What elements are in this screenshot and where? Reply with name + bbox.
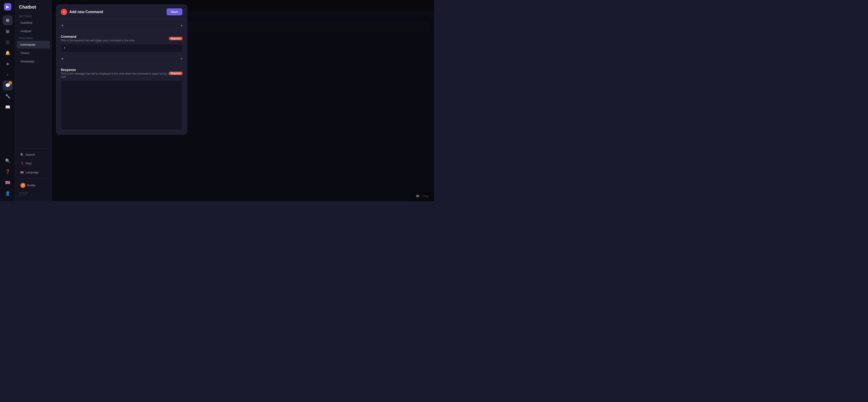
- response-required-badge: Required: [169, 72, 182, 75]
- modal-title: Add new Command: [69, 10, 103, 14]
- nav-tools[interactable]: 🔧: [3, 91, 13, 101]
- settings-section-label: SETTINGS: [16, 13, 51, 19]
- logo-icon: ▶: [4, 3, 11, 10]
- sidebar-item-commands-label: Commands: [20, 43, 35, 46]
- command-input[interactable]: [61, 44, 182, 53]
- dashboard-icon: ⊞: [6, 18, 9, 23]
- language-flag-icon: 🇬🇧: [5, 180, 10, 185]
- nav-alerts[interactable]: 🔔: [3, 48, 13, 58]
- sidebar-item-profile[interactable]: P Profile: [17, 181, 50, 190]
- profile-icon: 👤: [5, 191, 10, 196]
- faq-sidebar-icon: ❓: [20, 162, 24, 165]
- response-field-info: Response This is the message that will b…: [61, 68, 169, 79]
- nav-tutorials[interactable]: 📖: [3, 102, 13, 112]
- sidebar-divider-2: [18, 178, 49, 179]
- sidebar-item-giveaways[interactable]: Giveaways: [17, 57, 50, 65]
- sidebar-item-analysis[interactable]: Analysis: [17, 27, 50, 35]
- version-id: v54a35af: [19, 192, 48, 194]
- alerts-icon: 🔔: [5, 51, 10, 55]
- faq-icon: ❓: [5, 169, 10, 174]
- response-field-label: Response: [61, 68, 169, 72]
- tools-icon: 🔧: [5, 94, 10, 99]
- sidebar-item-faq[interactable]: ❓ FAQ: [17, 159, 50, 167]
- search-sidebar-icon: 🔍: [20, 153, 24, 156]
- sidebar-item-timers[interactable]: Timers: [17, 49, 50, 57]
- sidebar-title: Chatbot: [16, 3, 51, 13]
- nav-language[interactable]: 🇬🇧: [3, 178, 13, 188]
- command-field-header: Command This is the keyword that will tr…: [61, 35, 182, 42]
- modal-header: × Add new Command Save: [56, 5, 187, 19]
- chatbot-badge: 0: [8, 81, 12, 85]
- version-info: v54a35af ID: 172: [16, 191, 51, 198]
- add-command-modal: × Add new Command Save ▼ ▾ Command This …: [56, 4, 187, 135]
- sidebar-item-giveaways-label: Giveaways: [20, 60, 35, 63]
- tutorials-icon: 📖: [5, 104, 10, 110]
- sidebar-item-analysis-label: Analysis: [20, 29, 31, 33]
- sidebar-item-automod[interactable]: AutoMod: [17, 19, 50, 27]
- nav-search[interactable]: 🔍: [3, 156, 13, 166]
- nav-statistics[interactable]: ▦: [3, 26, 13, 36]
- language-label: Language: [26, 171, 39, 174]
- response-field-group: Response This is the message that will b…: [61, 68, 182, 130]
- features-section-label: FEATURES: [16, 35, 51, 40]
- modal-body: ▼ ▾ Command This is the keyword that wil…: [56, 19, 187, 134]
- nav-profile[interactable]: 👤: [3, 188, 13, 198]
- save-button[interactable]: Save: [166, 8, 182, 16]
- modal-close-button[interactable]: ×: [61, 9, 67, 15]
- version-number: ID: 172: [19, 194, 48, 196]
- sidebar-item-language[interactable]: 🇬🇧 Language: [17, 168, 50, 176]
- command-field-label: Command: [61, 35, 135, 38]
- stream-assets-icon: ◈: [6, 61, 9, 66]
- sidebar-item-timers-label: Timers: [20, 51, 29, 55]
- statistics-icon: ▦: [6, 29, 9, 34]
- command-required-badge: Required: [169, 37, 182, 40]
- command-section-icon: ▼: [61, 24, 64, 27]
- command-field-description: This is the keyword that will trigger yo…: [61, 39, 135, 42]
- sidebar-item-automod-label: AutoMod: [20, 21, 32, 24]
- response-section-row: ▼ ▾: [61, 57, 182, 63]
- epidemic-sound-icon: ♪: [6, 72, 8, 77]
- modal-overlay: × Add new Command Save ▼ ▾ Command This …: [52, 0, 434, 201]
- app-logo[interactable]: ▶: [4, 3, 12, 11]
- nav-overlays[interactable]: ◫: [3, 37, 13, 47]
- sidebar-item-search[interactable]: 🔍 Search: [17, 151, 50, 159]
- response-section-icon: ▼: [61, 57, 64, 61]
- main-sidebar: Chatbot SETTINGS AutoMod Analysis FEATUR…: [16, 0, 52, 201]
- command-section-toggle[interactable]: ▾: [181, 24, 182, 27]
- nav-faq[interactable]: ❓: [3, 167, 13, 177]
- faq-label: FAQ: [26, 162, 31, 165]
- nav-dashboard[interactable]: ⊞: [3, 16, 13, 25]
- response-field-header: Response This is the message that will b…: [61, 68, 182, 79]
- sidebar-item-commands[interactable]: Commands: [17, 41, 50, 49]
- overlays-icon: ◫: [6, 39, 9, 44]
- profile-avatar: P: [20, 183, 25, 188]
- command-section-row: ▼ ▾: [61, 24, 182, 30]
- nav-epidemic-sound[interactable]: ♪: [3, 70, 13, 80]
- close-icon: ×: [63, 10, 65, 13]
- content-area: ? Commands 0 items × Add new Command Sav…: [52, 0, 434, 201]
- command-field-group: Command This is the keyword that will tr…: [61, 35, 182, 53]
- response-field-description: This is the message that will be display…: [61, 72, 169, 79]
- nav-chatbot[interactable]: 💬 0: [3, 81, 13, 90]
- command-field-info: Command This is the keyword that will tr…: [61, 35, 135, 42]
- icon-sidebar: ▶ ⊞ ▦ ◫ 🔔 ◈ ♪ 💬 0 🔧 📖 🔍 ❓ 🇬🇧 👤: [0, 0, 16, 201]
- response-section-toggle[interactable]: ▾: [181, 57, 182, 61]
- language-sidebar-icon: 🇬🇧: [20, 171, 24, 174]
- profile-label: Profile: [27, 184, 35, 187]
- response-textarea[interactable]: [61, 80, 182, 130]
- search-icon: 🔍: [5, 158, 10, 163]
- search-label: Search: [26, 153, 35, 156]
- nav-stream-assets[interactable]: ◈: [3, 59, 13, 69]
